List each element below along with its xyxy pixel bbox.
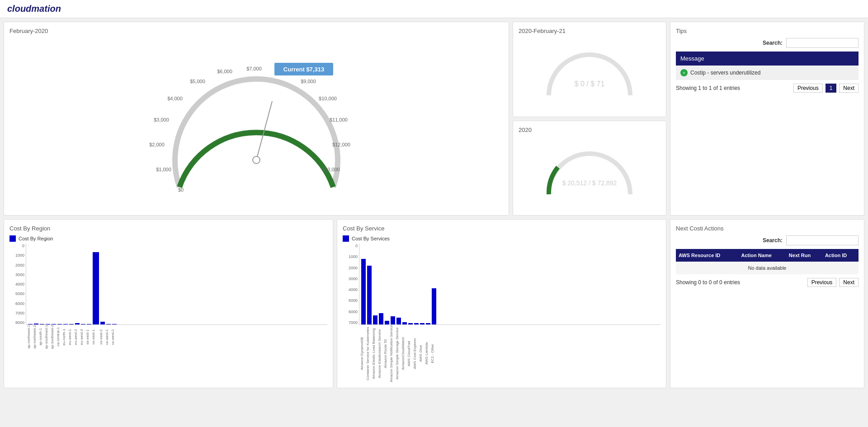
bar-eu-west-1	[69, 324, 74, 324]
actions-no-data-row: No data available	[676, 262, 859, 274]
tips-title: Tips	[676, 28, 859, 34]
bar-elasticsearch	[379, 313, 383, 324]
tips-search-input[interactable]	[786, 38, 859, 48]
actions-prev-btn[interactable]: Previous	[807, 278, 837, 287]
region-legend: Cost By Region	[9, 235, 327, 242]
col-action-id: Action ID	[822, 249, 859, 262]
tips-panel: Tips Search: Message + Costip - servers …	[670, 22, 864, 216]
bar-glue	[420, 323, 425, 324]
daily-bottom-title: 2020	[519, 127, 660, 133]
bar-ap-southeast-1	[46, 324, 50, 324]
svg-text:$5,000: $5,000	[190, 79, 205, 84]
col-action-name: Action Name	[739, 249, 786, 262]
tips-next-btn[interactable]: Next	[839, 84, 859, 93]
bar-us-west-1	[106, 324, 111, 324]
bar-us-west-2	[112, 324, 117, 324]
daily-top-gauge: $ 0 / $ 71	[540, 41, 639, 104]
daily-panels: 2020-February-21 $ 0 / $ 71 2020 $ 20,51…	[513, 22, 666, 216]
tips-table-row: + Costip - servers underutilized	[676, 66, 859, 80]
bar-ap-northeast-2	[34, 324, 38, 324]
svg-text:$11,000: $11,000	[330, 117, 348, 122]
service-legend: Cost By Services	[343, 235, 660, 242]
svg-text:$0: $0	[178, 187, 184, 192]
svg-text:$6,000: $6,000	[217, 69, 232, 74]
svg-text:$ 0 / $ 71: $ 0 / $ 71	[575, 80, 605, 88]
svg-text:Current $7,313: Current $7,313	[283, 66, 324, 73]
bar-sa-east-1	[87, 324, 91, 324]
bar-lambda	[426, 323, 430, 324]
daily-bottom-panel: 2020 $ 20,512 / $ 72,892	[513, 121, 666, 216]
tips-page-1-btn[interactable]: 1	[826, 84, 837, 93]
svg-text:$1,000: $1,000	[156, 167, 171, 172]
actions-search-label: Search:	[763, 237, 783, 244]
daily-top-panel: 2020-February-21 $ 0 / $ 71	[513, 22, 666, 117]
logo: cloudmation	[7, 4, 61, 14]
service-title: Cost By Service	[343, 225, 660, 232]
service-legend-label: Cost By Services	[352, 236, 390, 241]
bar-eu-north-1	[63, 324, 68, 324]
bar-eu-west-2	[75, 323, 80, 324]
bar-dynamodb	[361, 259, 366, 324]
actions-table: AWS Resource ID Action Name Next Run Act…	[676, 249, 859, 274]
actions-next-btn[interactable]: Next	[839, 278, 859, 287]
bar-ec2-other	[432, 288, 436, 324]
daily-top-title: 2020-February-21	[519, 28, 660, 34]
actions-title: Next Costi Actions	[676, 225, 859, 232]
col-next-run: Next Run	[786, 249, 822, 262]
region-y-axis: 800070006000500040003000200010000	[9, 244, 26, 325]
bar-ap-southeast-2	[52, 324, 56, 324]
service-x-labels: Amazon DynamoDB Container Service for Ku…	[359, 325, 660, 382]
actions-search-row: Search:	[676, 235, 859, 245]
tips-prev-btn[interactable]: Previous	[793, 84, 823, 93]
green-plus-icon: +	[680, 69, 688, 76]
service-legend-box	[343, 235, 349, 242]
tips-pagination: Showing 1 to 1 of 1 entries Previous 1 N…	[676, 84, 859, 93]
svg-text:$13,000: $13,000	[322, 167, 340, 172]
gauge-title: February-2020	[9, 28, 503, 34]
gauge-svg: $0 $1,000 $2,000 $3,000 $4,000 $5,000 $6…	[143, 38, 369, 210]
bar-ap-south-1	[40, 324, 44, 324]
svg-text:$3,000: $3,000	[154, 117, 169, 122]
tips-search-label: Search:	[763, 40, 783, 46]
service-chart-inner: 70006000500040003000200010000	[343, 244, 660, 382]
bar-cloudwatch	[402, 322, 407, 324]
svg-text:$7,000: $7,000	[246, 66, 262, 71]
svg-text:$9,000: $9,000	[301, 79, 316, 84]
region-legend-box	[9, 235, 16, 242]
actions-pagination: Showing 0 to 0 of 0 entries Previous Nex…	[676, 278, 859, 287]
tips-showing: Showing 1 to 1 of 1 entries	[676, 85, 791, 91]
daily-bottom-gauge: $ 20,512 / $ 72,892	[540, 140, 639, 203]
svg-point-1	[253, 156, 260, 164]
bar-eu-west-3	[81, 324, 85, 324]
bar-elb	[373, 315, 377, 324]
header: cloudmation	[0, 0, 868, 18]
region-bars	[26, 244, 327, 325]
bar-ap-northeast-1	[28, 324, 33, 324]
bar-s3	[396, 318, 401, 324]
region-x-labels: ap-northeast-1 ap-northeast-2 ap-south-1…	[26, 325, 327, 349]
tip-message: Costip - servers underutilized	[690, 70, 760, 76]
service-panel: Cost By Service Cost By Services 7000600…	[337, 219, 666, 388]
gauge-panel: February-2020 $0 $1,000 $2,000 $3,000 $4…	[4, 22, 509, 216]
actions-search-input[interactable]	[786, 235, 859, 245]
actions-panel: Next Costi Actions Search: AWS Resource …	[670, 219, 864, 388]
bar-kubernetes	[367, 266, 372, 324]
bar-route53	[385, 321, 389, 324]
bar-sns	[391, 316, 395, 324]
bar-us-east-1	[93, 252, 99, 324]
tips-search-row: Search:	[676, 38, 859, 48]
svg-text:$4,000: $4,000	[167, 96, 183, 101]
service-y-axis: 70006000500040003000200010000	[343, 244, 359, 325]
svg-text:$10,000: $10,000	[319, 96, 337, 101]
region-title: Cost By Region	[9, 225, 327, 232]
service-bars	[359, 244, 660, 325]
svg-text:$12,000: $12,000	[332, 142, 350, 147]
bar-us-east-2	[100, 322, 105, 324]
bar-cost-explorer	[414, 323, 419, 324]
actions-showing: Showing 0 to 0 of 0 entries	[676, 279, 805, 286]
actions-no-data: No data available	[676, 262, 859, 274]
bar-ca-central-1	[57, 324, 62, 324]
svg-text:$ 20,512 / $ 72,892: $ 20,512 / $ 72,892	[562, 179, 617, 187]
tips-table-header: Message	[676, 52, 859, 66]
region-chart-inner: 800070006000500040003000200010000	[9, 244, 327, 349]
